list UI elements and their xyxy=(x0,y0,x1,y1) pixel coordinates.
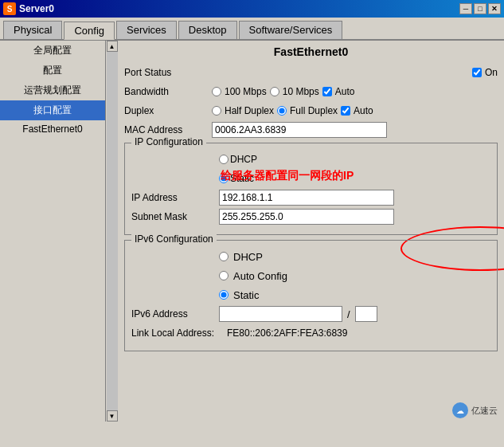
port-status-on-label: On xyxy=(485,67,498,78)
ipv6-config-section: IPv6 Configuration DHCP Auto Config xyxy=(124,240,498,351)
sidebar-scrollbar[interactable]: ▲ ▼ xyxy=(105,41,118,422)
scroll-track xyxy=(107,52,118,410)
right-panel: FastEthernet0 Port Status On Bandwidth 1… xyxy=(118,41,504,422)
link-local-label: Link Local Address: xyxy=(131,327,227,339)
title-bar: S Server0 ─ □ ✕ xyxy=(0,0,504,18)
ipv6-address-control: / xyxy=(219,306,490,322)
scroll-up-btn[interactable]: ▲ xyxy=(107,41,118,52)
ipv6-slash: / xyxy=(347,308,350,320)
close-button[interactable]: ✕ xyxy=(488,3,501,14)
ip-config-title: IP Configuration xyxy=(131,136,206,147)
ipv6-dhcp-label: DHCP xyxy=(233,251,263,263)
ipv6-auto-label: Auto Config xyxy=(233,270,287,282)
ipv6-static-radio[interactable] xyxy=(219,290,229,300)
watermark: ☁ 亿速云 xyxy=(452,402,498,418)
ip-address-control xyxy=(219,190,490,206)
sidebar: 全局配置 配置 运营规划配置 接口配置 FastEthernet0 ▲ ▼ xyxy=(0,41,118,422)
tab-config[interactable]: Config xyxy=(64,22,115,40)
port-status-row: Port Status On xyxy=(124,65,498,80)
main-content: 全局配置 配置 运营规划配置 接口配置 FastEthernet0 ▲ ▼ Fa… xyxy=(0,41,504,422)
duplex-half-radio[interactable] xyxy=(212,106,221,116)
ipv6-static-label: Static xyxy=(233,289,260,301)
duplex-full-radio[interactable] xyxy=(277,106,287,116)
bandwidth-control: 100 Mbps 10 Mbps Auto xyxy=(212,86,498,97)
window-controls: ─ □ ✕ xyxy=(459,3,501,14)
maximize-button[interactable]: □ xyxy=(474,3,486,14)
ipv6-address-input[interactable] xyxy=(219,306,342,322)
link-local-row: Link Local Address: FE80::206:2AFF:FEA3:… xyxy=(131,325,490,341)
subnet-mask-label: Subnet Mask xyxy=(131,211,219,222)
ip-address-label: IP Address xyxy=(131,192,219,203)
duplex-full-label: Full Duplex xyxy=(290,105,338,116)
mac-row: MAC Address xyxy=(124,122,498,138)
ipv6-dhcp-radio[interactable] xyxy=(219,252,229,261)
duplex-auto-checkbox[interactable] xyxy=(341,106,350,116)
watermark-icon: ☁ xyxy=(452,402,468,418)
minimize-button[interactable]: ─ xyxy=(459,3,472,14)
ipv6-auto-row: Auto Config xyxy=(131,268,490,284)
subnet-mask-control xyxy=(219,209,490,225)
tab-services[interactable]: Services xyxy=(116,21,177,39)
ipv6-address-row: IPv6 Address / xyxy=(131,306,490,322)
sidebar-list: 全局配置 配置 运营规划配置 接口配置 FastEthernet0 xyxy=(0,41,105,422)
ipv6-static-row: Static xyxy=(131,287,490,303)
bandwidth-label: Bandwidth xyxy=(124,86,212,97)
bandwidth-10-label: 10 Mbps xyxy=(283,86,319,97)
window-title: Server0 xyxy=(19,3,459,14)
sidebar-item-routing-rules[interactable]: 运营规划配置 xyxy=(0,80,105,100)
ip-address-input[interactable] xyxy=(219,190,394,206)
bandwidth-auto-checkbox[interactable] xyxy=(322,87,332,96)
mac-control xyxy=(212,122,498,138)
mac-input[interactable] xyxy=(212,122,387,138)
ipv6-config-title: IPv6 Configuration xyxy=(131,233,217,245)
ipv6-dhcp-control: DHCP xyxy=(219,251,490,263)
ipv6-auto-control: Auto Config xyxy=(219,270,490,282)
link-local-control: FE80::206:2AFF:FEA3:6839 xyxy=(227,327,490,339)
mac-label: MAC Address xyxy=(124,124,212,135)
ipv6-dhcp-row: DHCP xyxy=(131,249,490,265)
ipv6-prefix-input[interactable] xyxy=(355,306,377,322)
duplex-row: Duplex Half Duplex Full Duplex Auto xyxy=(124,103,498,119)
sidebar-item-global-config[interactable]: 全局配置 xyxy=(0,41,105,61)
scroll-down-btn[interactable]: ▼ xyxy=(107,410,118,422)
panel-title: FastEthernet0 xyxy=(124,44,498,60)
port-status-control: On xyxy=(212,67,498,78)
dhcp-radio[interactable] xyxy=(219,155,229,164)
ipv6-auto-radio[interactable] xyxy=(219,271,229,280)
link-local-value: FE80::206:2AFF:FEA3:6839 xyxy=(227,327,347,339)
annotation-text: 给服务器配置同一网段的IP xyxy=(221,169,354,183)
ip-config-section: IP Configuration DHCP xyxy=(124,143,498,235)
app-icon: S xyxy=(3,2,16,15)
tab-physical[interactable]: Physical xyxy=(3,21,62,39)
bandwidth-100-label: 100 Mbps xyxy=(225,86,267,97)
dhcp-label: DHCP xyxy=(230,154,257,165)
sidebar-item-fastethernet[interactable]: FastEthernet0 xyxy=(0,120,105,138)
duplex-control: Half Duplex Full Duplex Auto xyxy=(212,105,498,116)
watermark-text: 亿速云 xyxy=(471,405,498,417)
ipv6-config-content: DHCP Auto Config Static xyxy=(131,249,490,341)
port-status-label: Port Status xyxy=(124,67,212,78)
tab-software[interactable]: Software/Services xyxy=(239,21,343,39)
bandwidth-100-radio[interactable] xyxy=(212,87,221,96)
ip-config-content: DHCP Static 给服务器配置同一网段的IP xyxy=(131,151,490,225)
ipv6-static-control: Static xyxy=(219,289,490,301)
ip-mode-control: DHCP xyxy=(219,154,490,165)
bandwidth-auto-label: Auto xyxy=(335,86,355,97)
ip-address-row: IP Address xyxy=(131,190,490,206)
ipv6-address-label: IPv6 Address xyxy=(131,308,219,320)
bandwidth-10-radio[interactable] xyxy=(270,87,279,96)
port-status-checkbox-group: On xyxy=(472,67,498,78)
tab-desktop[interactable]: Desktop xyxy=(178,21,237,39)
duplex-auto-label: Auto xyxy=(354,105,373,116)
port-status-checkbox[interactable] xyxy=(472,68,482,77)
sidebar-item-routing[interactable]: 配置 xyxy=(0,61,105,80)
dhcp-option: DHCP xyxy=(219,154,257,165)
duplex-half-label: Half Duplex xyxy=(225,105,274,116)
sidebar-item-interface-config[interactable]: 接口配置 xyxy=(0,100,105,120)
subnet-mask-input[interactable] xyxy=(219,209,394,225)
ip-mode-row: DHCP xyxy=(131,151,490,167)
tab-bar: Physical Config Services Desktop Softwar… xyxy=(0,18,504,41)
subnet-mask-row: Subnet Mask xyxy=(131,209,490,225)
duplex-label: Duplex xyxy=(124,105,212,116)
bandwidth-row: Bandwidth 100 Mbps 10 Mbps Auto xyxy=(124,84,498,100)
